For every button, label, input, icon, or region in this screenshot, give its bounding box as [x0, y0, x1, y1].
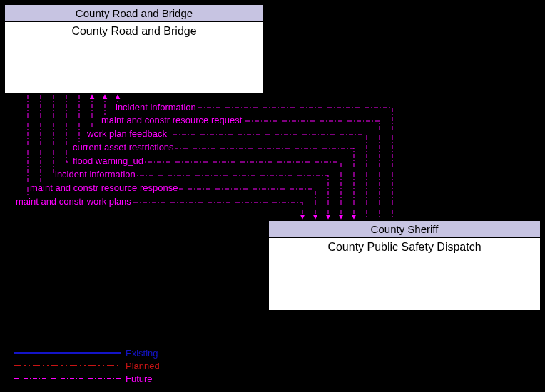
legend-swatch-future	[14, 374, 121, 383]
flow-label[interactable]: maint and constr work plans	[14, 196, 133, 207]
legend-row-planned: Planned	[14, 359, 160, 372]
flow-label[interactable]: incident information	[54, 169, 137, 180]
legend-row-existing: Existing	[14, 346, 160, 359]
legend-label: Planned	[126, 361, 160, 371]
legend-swatch-planned	[14, 361, 121, 370]
flow-label[interactable]: flood warning_ud	[71, 155, 145, 166]
flow-label[interactable]: incident information	[114, 102, 198, 113]
legend-swatch-existing	[14, 349, 121, 357]
legend-row-future: Future	[14, 372, 160, 385]
flow-label[interactable]: maint and constr resource request	[100, 115, 243, 125]
legend-label: Existing	[126, 348, 158, 359]
flow-label[interactable]: maint and constr resource response	[29, 182, 179, 193]
flow-label[interactable]: work plan feedback	[86, 128, 168, 139]
flow-label[interactable]: current asset restrictions	[71, 142, 175, 153]
legend-label: Future	[126, 373, 153, 384]
legend: Existing Planned Future	[14, 346, 160, 385]
